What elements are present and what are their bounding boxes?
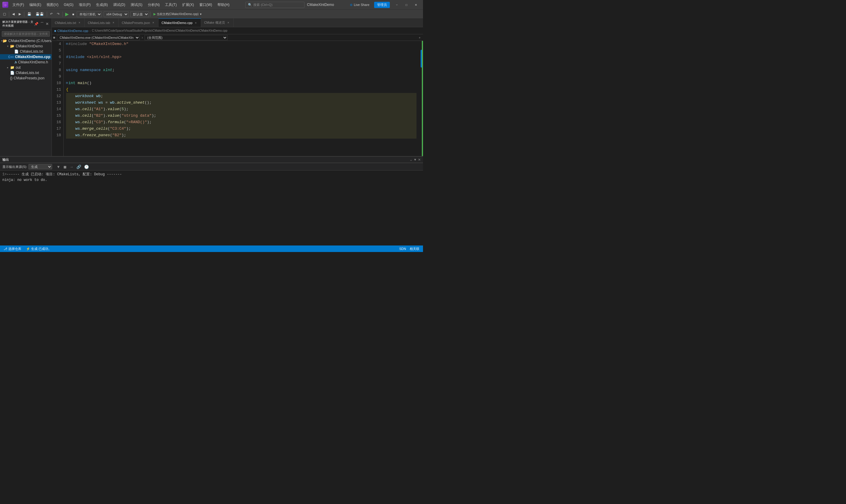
platform-select[interactable]: 本地计算机 xyxy=(77,11,102,17)
related-btn[interactable]: 相关联 xyxy=(409,247,421,251)
tab-close-btn[interactable]: × xyxy=(151,21,155,25)
doc-label-btn[interactable]: ▶ 当前文档(CMakeXIntDemo.cpp) ▼ xyxy=(152,11,204,17)
build-status[interactable]: ⚡ 生成 已成功。 xyxy=(25,247,53,251)
code-line: { xyxy=(66,87,416,93)
editor-tab[interactable]: CMakePresets.json× xyxy=(119,18,159,27)
output-source-select[interactable]: 生成 xyxy=(29,164,52,169)
admin-button[interactable]: 管理员 xyxy=(374,2,390,8)
sep4 xyxy=(62,12,63,17)
menu-item-b[interactable]: 生成(B) xyxy=(94,1,110,8)
search-placeholder: 搜索 (Ctrl+Q) xyxy=(253,3,272,7)
tree-item[interactable]: {}CMakePresets.json xyxy=(0,75,52,81)
fold-icon[interactable]: ⊟ xyxy=(66,41,68,48)
build-result: 生成 已成功。 xyxy=(31,247,52,251)
tree-item[interactable]: ▾📂CMakeXIntDemo (C:/Users/MI/CodeSpace/V… xyxy=(0,38,52,43)
code-line: ws.cell("A1").value(5); xyxy=(66,106,416,112)
editor-tab[interactable]: CMakeXIntDemo.cpp× xyxy=(159,18,201,27)
menu-item-w[interactable]: 窗口(W) xyxy=(197,1,214,8)
minimize-button[interactable]: − xyxy=(392,0,402,10)
line-number: 12 xyxy=(54,93,61,100)
menu-item-t[interactable]: 工具(T) xyxy=(163,1,179,8)
scope-select-right[interactable]: (全局范围) xyxy=(145,35,228,40)
close-sidebar-icon[interactable]: ✕ xyxy=(45,22,50,26)
pin-icon[interactable]: 📌 xyxy=(34,22,39,26)
live-share-button[interactable]: ⊛ Live Share xyxy=(347,2,372,7)
tree-item[interactable]: 📄CMakeLists.txt xyxy=(0,70,52,75)
editor-tab[interactable]: CMakeLists.txt× xyxy=(52,18,85,27)
code-text: ws.freeze_panes("B2"); xyxy=(66,132,126,139)
tree-label: CMakeXIntDemo (C:/Users/MI/CodeSpace/Vis… xyxy=(8,39,52,43)
dock-icon[interactable]: ⎴ xyxy=(40,22,44,26)
panel-close-icon[interactable]: ✕ xyxy=(418,158,421,162)
config-select[interactable]: 默认值 xyxy=(130,11,149,17)
panel-dock-icon[interactable]: ▼ xyxy=(414,158,417,162)
sidebar-search-input[interactable] xyxy=(2,31,50,37)
undo-btn[interactable]: ↶ xyxy=(48,11,54,17)
editor-tab[interactable]: CMake 概述页× xyxy=(201,18,234,27)
menu-item-s[interactable]: 测试(S) xyxy=(128,1,145,8)
menu-item-h[interactable]: 帮助(H) xyxy=(215,1,232,8)
close-button[interactable]: ✕ xyxy=(411,0,421,10)
global-search[interactable]: 🔍 搜索 (Ctrl+Q) xyxy=(245,2,305,8)
menu-item-v[interactable]: 视图(V) xyxy=(44,1,61,8)
menu-item-f[interactable]: 文件(F) xyxy=(10,1,26,8)
title-bar: ◆ 文件(F)编辑(E)视图(V)Git(G)项目(P)生成(B)调试(D)测试… xyxy=(0,0,423,10)
editor-tab[interactable]: CMakeLists.tab× xyxy=(85,18,119,27)
sidebar-title: 解决方案资源管理器 - 文件夹视图 xyxy=(2,20,34,28)
tree-label: CMakeXIntDemo.h xyxy=(18,60,48,64)
tab-close-btn[interactable]: × xyxy=(226,21,231,25)
fold-icon[interactable]: ⊟ xyxy=(66,80,68,87)
repo-button[interactable]: ⎇ 选择仓库 xyxy=(2,247,22,251)
related-label: 相关联 xyxy=(410,247,419,251)
code-text: int main() xyxy=(68,80,92,87)
forward-btn[interactable]: ▶ xyxy=(17,11,23,17)
line-number: 7 xyxy=(54,60,61,67)
nav-file-icon: ■ xyxy=(53,36,55,40)
code-editor[interactable]: 456789101112131415161718 ⊟#include "CMak… xyxy=(52,41,423,156)
maximize-button[interactable]: □ xyxy=(402,0,411,10)
stop-btn[interactable]: ■ xyxy=(71,12,76,17)
tab-close-btn[interactable]: × xyxy=(77,21,82,25)
title-bar-center: 🔍 搜索 (Ctrl+Q) CMakeXIntDemo xyxy=(232,2,348,8)
code-content[interactable]: ⊟#include "CMakeXIntDemo.h"#include <xln… xyxy=(64,41,419,156)
tree-item[interactable]: ▾📂CMakeXIntDemo xyxy=(0,43,52,49)
arch-select[interactable]: x64 Debug xyxy=(104,11,129,17)
panel-pin-icon[interactable]: ⌄ xyxy=(410,158,412,162)
tab-close-btn[interactable]: × xyxy=(194,21,198,25)
output-filter-btn[interactable]: ▼ xyxy=(56,164,61,169)
tree-file-icon: 📂 xyxy=(3,39,7,43)
save-all-btn[interactable]: 💾💾 xyxy=(34,11,46,17)
menu-item-d[interactable]: 调试(D) xyxy=(111,1,128,8)
output-clock-btn[interactable]: 🕐 xyxy=(83,164,90,169)
menu-item-e[interactable]: 编辑(E) xyxy=(27,1,43,8)
scope-select-left[interactable]: CMakeXIntDemo.exe (CMakeXIntDemo\CMakeXI… xyxy=(57,35,140,40)
code-text: #include <xlnt/xlnt.hpp> xyxy=(66,54,122,60)
sidebar-header: 解决方案资源管理器 - 文件夹视图 📌 ⎴ ✕ xyxy=(0,18,52,30)
add-scope-btn[interactable]: + xyxy=(418,36,422,40)
tree-item[interactable]: 📄CMakeLists.txt xyxy=(0,49,52,54)
menu-item-gitg[interactable]: Git(G) xyxy=(61,1,76,8)
menu-item-p[interactable]: 项目(P) xyxy=(76,1,93,8)
tree-item[interactable]: .hCMakeXIntDemo.h xyxy=(0,59,52,65)
output-link-btn[interactable]: 🔗 xyxy=(75,164,82,169)
menu-item-n[interactable]: 分析(N) xyxy=(145,1,162,8)
save-btn[interactable]: 💾 xyxy=(25,11,33,17)
new-file-btn[interactable]: ▢ xyxy=(1,11,8,17)
tab-close-btn[interactable]: × xyxy=(111,21,115,25)
tree-item[interactable]: C++CMakeXIntDemo.cpp xyxy=(0,54,52,59)
run-button[interactable]: ▶ xyxy=(64,11,70,17)
sdn-btn[interactable]: SDN xyxy=(398,247,407,251)
output-wrap-btn[interactable]: → xyxy=(69,164,74,169)
redo-btn[interactable]: ↷ xyxy=(55,11,61,17)
output-clear-btn[interactable]: ◼ xyxy=(62,164,68,169)
tree-item[interactable]: ▸📁out xyxy=(0,65,52,70)
breadcrumb-filename[interactable]: CMakeXIntDemo.cpp xyxy=(57,29,89,33)
sidebar-search-area xyxy=(0,30,52,38)
tree-label: CMakePresets.json xyxy=(14,76,44,80)
menu-item-x[interactable]: 扩展(X) xyxy=(180,1,196,8)
back-btn[interactable]: ◀ xyxy=(11,11,16,17)
tree-file-icon: 📁 xyxy=(10,66,15,70)
run-doc-icon: ▶ xyxy=(154,12,156,16)
breadcrumb-path[interactable]: C:\Users\MI\CodeSpace\VisualStudioProjec… xyxy=(92,29,228,32)
editor-area: CMakeLists.txt×CMakeLists.tab×CMakePrese… xyxy=(52,18,423,156)
